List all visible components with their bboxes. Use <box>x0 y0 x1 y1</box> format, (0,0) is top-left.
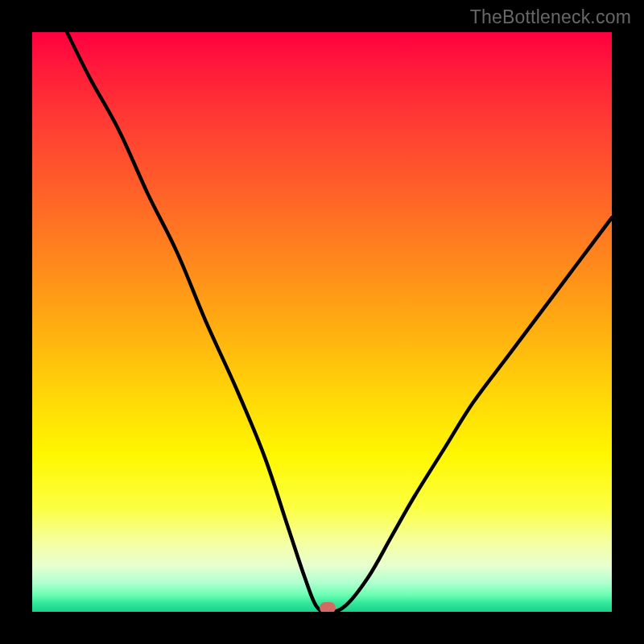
plot-area <box>32 32 612 612</box>
minimum-marker <box>320 602 336 612</box>
chart-frame: TheBottleneck.com <box>0 0 644 644</box>
curve-layer <box>32 32 612 612</box>
bottleneck-curve <box>67 32 612 612</box>
watermark-text: TheBottleneck.com <box>470 6 631 28</box>
